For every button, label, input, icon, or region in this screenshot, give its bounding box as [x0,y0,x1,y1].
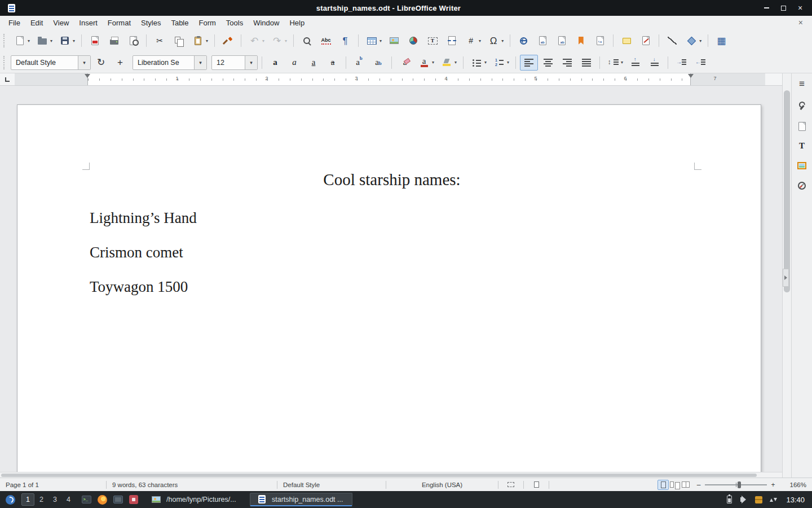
document-paragraph[interactable]: Lightning’s Hand [90,209,694,227]
document-modified-indicator[interactable] [524,478,549,491]
selection-mode-indicator[interactable] [498,478,523,491]
menu-styles[interactable]: Styles [136,17,166,28]
file-manager-launcher[interactable] [111,492,125,507]
menu-edit[interactable]: Edit [25,17,48,28]
zoom-slider[interactable] [705,481,767,489]
subscript-button[interactable] [369,55,387,71]
redo-dropdown[interactable]: ▾ [285,38,287,43]
zoom-out-button[interactable]: – [695,481,703,489]
paste-button[interactable]: ▾ [189,33,210,49]
bold-button[interactable]: a [266,55,284,71]
insert-chart-button[interactable] [404,33,422,49]
word-count-status[interactable]: 9 words, 63 characters [107,478,277,491]
workspace-button-4[interactable]: 4 [62,493,75,506]
horizontal-ruler[interactable]: 1234567 [15,73,765,85]
menu-view[interactable]: View [48,17,74,28]
language-status[interactable]: English (USA) [386,478,498,491]
basic-shapes-dropdown[interactable]: ▾ [699,38,701,43]
insert-cross-reference-button[interactable] [591,33,609,49]
copy-button[interactable] [170,33,188,49]
align-left-button[interactable] [520,55,538,71]
insert-textbox-button[interactable]: T [423,33,442,49]
show-draw-functions-button[interactable]: ▦ [712,33,730,49]
insert-image-button[interactable] [385,33,403,49]
document-paragraph[interactable]: Toywagon 1500 [90,278,694,296]
undo-dropdown[interactable]: ▾ [262,38,264,43]
vertical-scrollbar[interactable] [782,73,791,478]
toolbar-drag-handle[interactable] [3,56,7,69]
applications-menu-button[interactable] [3,492,17,507]
taskbar-window-writer[interactable]: startship_names.odt ... [250,493,352,506]
export-pdf-button[interactable] [86,33,104,49]
document-text-area[interactable]: Cool starship names: Lightning’s HandCri… [90,170,694,313]
insert-footnote-button[interactable] [533,33,551,49]
single-page-view-button[interactable] [657,480,669,490]
line-spacing-button[interactable]: ▾ [604,55,625,71]
increase-indent-button[interactable] [672,55,690,71]
maximize-button[interactable] [776,2,791,14]
firefox-launcher[interactable] [95,492,109,507]
package-tray-icon[interactable] [752,493,765,506]
formatting-marks-button[interactable]: ¶ [336,33,354,49]
insert-bookmark-button[interactable] [572,33,590,49]
insert-field-dropdown[interactable]: ▾ [479,38,481,43]
increase-paragraph-spacing-button[interactable] [626,55,645,71]
open-button[interactable]: ▾ [33,33,55,49]
vertical-scrollbar-thumb[interactable] [784,90,790,292]
network-tray-icon[interactable] [766,493,780,506]
insert-field-button[interactable]: #▾ [462,33,483,49]
superscript-button[interactable] [350,55,368,71]
bullet-list-dropdown[interactable]: ▾ [484,60,487,65]
save-dropdown[interactable]: ▾ [73,38,75,43]
insert-comment-button[interactable] [617,33,636,49]
insert-special-character-button[interactable]: Ω▾ [484,33,506,49]
sidebar-toggle-handle[interactable] [783,269,789,287]
clone-formatting-button[interactable] [219,33,237,49]
strikethrough-button[interactable]: a [324,55,342,71]
track-changes-button[interactable] [637,33,655,49]
paste-dropdown[interactable]: ▾ [206,38,208,43]
menu-file[interactable]: File [3,17,25,28]
print-button[interactable] [105,33,123,49]
font-name-dropdown[interactable]: ▾ [194,56,206,69]
menu-form[interactable]: Form [193,17,220,28]
toolbar-drag-handle[interactable] [3,34,7,47]
paragraph-style-status[interactable]: Default Style [277,478,386,491]
navigator-deck-button[interactable] [794,178,810,193]
clock[interactable]: 13:40 [782,496,809,504]
highlight-color-button[interactable]: ▾ [438,55,459,71]
properties-deck-button[interactable] [794,99,810,114]
highlight-color-dropdown[interactable]: ▾ [454,60,457,65]
terminal-launcher[interactable] [79,492,94,507]
gallery-deck-button[interactable] [794,158,810,173]
align-justified-button[interactable] [577,55,595,71]
insert-line-button[interactable] [663,33,681,49]
decrease-indent-button[interactable] [691,55,709,71]
menu-window[interactable]: Window [248,17,284,28]
book-view-button[interactable] [680,480,691,490]
open-dropdown[interactable]: ▾ [50,38,52,43]
left-indent-marker[interactable] [85,74,90,81]
basic-shapes-button[interactable]: ▾ [682,33,704,49]
minimize-button[interactable] [759,2,774,14]
font-color-dropdown[interactable]: ▾ [432,60,434,65]
menu-format[interactable]: Format [103,17,136,28]
right-indent-marker[interactable] [688,74,694,81]
new-button[interactable]: ▾ [11,33,32,49]
zoom-slider-handle[interactable] [738,481,741,488]
update-style-button[interactable]: ↻ [92,55,110,71]
document-heading[interactable]: Cool starship names: [90,170,694,189]
align-center-button[interactable] [539,55,557,71]
underline-button[interactable]: a [304,55,323,71]
insert-table-dropdown[interactable]: ▾ [379,38,382,43]
insert-endnote-button[interactable] [553,33,571,49]
find-replace-button[interactable] [298,33,316,49]
menu-table[interactable]: Table [166,17,193,28]
bullet-list-button[interactable]: ▾ [467,55,489,71]
zoom-in-button[interactable]: + [769,481,777,489]
menu-help[interactable]: Help [284,17,310,28]
font-size-dropdown[interactable]: ▾ [245,56,257,69]
page-number-status[interactable]: Page 1 of 1 [0,478,106,491]
sidebar-settings-button[interactable]: ≡ [794,76,810,91]
save-button[interactable]: ▾ [56,33,77,49]
